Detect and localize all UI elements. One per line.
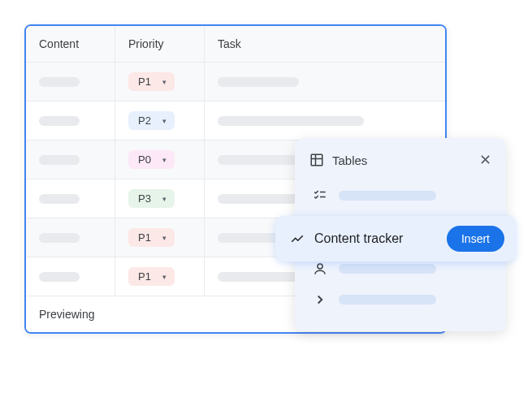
cell-content[interactable] xyxy=(26,102,115,140)
placeholder-text xyxy=(339,264,436,274)
cell-content[interactable] xyxy=(26,257,115,296)
placeholder-text xyxy=(218,116,364,126)
cell-priority[interactable]: P3▾ xyxy=(115,179,205,218)
cell-priority[interactable]: P1▾ xyxy=(115,63,205,101)
cell-priority[interactable]: P1▾ xyxy=(115,218,205,257)
chevron-down-icon: ▾ xyxy=(162,78,167,86)
column-header-task[interactable]: Task xyxy=(205,26,445,62)
cell-priority[interactable]: P0▾ xyxy=(115,140,205,179)
popup-header: Tables ✕ xyxy=(309,153,491,167)
person-icon xyxy=(313,261,327,276)
placeholder-text xyxy=(39,155,80,165)
popup-item-label: Content tracker xyxy=(314,231,437,246)
priority-chip[interactable]: P0▾ xyxy=(128,150,175,169)
popup-title: Tables xyxy=(332,153,367,167)
column-header-content[interactable]: Content xyxy=(26,26,115,62)
placeholder-text xyxy=(339,191,436,201)
priority-chip[interactable]: P1▾ xyxy=(128,72,175,91)
cell-content[interactable] xyxy=(26,140,115,179)
chevron-down-icon: ▾ xyxy=(162,195,167,203)
column-header-priority[interactable]: Priority xyxy=(115,26,205,62)
chevron-down-icon: ▾ xyxy=(162,156,167,164)
placeholder-text xyxy=(218,155,299,165)
insert-button[interactable]: Insert xyxy=(447,226,504,252)
chevron-down-icon: ▾ xyxy=(162,117,167,125)
trend-icon xyxy=(290,231,305,246)
checklist-icon xyxy=(313,188,327,203)
table-row[interactable]: P1▾ xyxy=(26,63,445,102)
cell-priority[interactable]: P1▾ xyxy=(115,257,205,296)
placeholder-text xyxy=(339,295,436,304)
priority-label: P1 xyxy=(138,76,151,88)
svg-point-5 xyxy=(318,264,322,269)
placeholder-text xyxy=(218,77,299,87)
priority-chip[interactable]: P3▾ xyxy=(128,189,175,208)
close-icon[interactable]: ✕ xyxy=(479,153,491,167)
chevron-right-icon xyxy=(313,292,327,307)
placeholder-text xyxy=(39,194,80,204)
cell-priority[interactable]: P2▾ xyxy=(115,102,205,140)
chevron-down-icon: ▾ xyxy=(162,234,167,242)
placeholder-text xyxy=(39,77,80,87)
priority-label: P3 xyxy=(138,192,151,205)
popup-item-checklist[interactable] xyxy=(309,180,491,211)
table-header-row: Content Priority Task xyxy=(26,26,445,63)
priority-label: P0 xyxy=(138,153,151,166)
tables-popup: Tables ✕ Content tracker Insert xyxy=(295,138,506,331)
cell-content[interactable] xyxy=(26,218,115,257)
placeholder-text xyxy=(39,272,80,282)
priority-label: P1 xyxy=(138,270,151,283)
popup-title-group: Tables xyxy=(309,153,367,167)
priority-chip[interactable]: P1▾ xyxy=(128,267,175,286)
placeholder-text xyxy=(39,233,80,243)
priority-chip[interactable]: P1▾ xyxy=(128,228,175,247)
cell-content[interactable] xyxy=(26,179,115,218)
priority-chip[interactable]: P2▾ xyxy=(128,111,175,130)
cell-content[interactable] xyxy=(26,63,115,101)
table-row[interactable]: P2▾ xyxy=(26,102,445,140)
priority-label: P2 xyxy=(138,114,151,127)
cell-task[interactable] xyxy=(205,63,445,101)
cell-task[interactable] xyxy=(205,102,445,140)
priority-label: P1 xyxy=(138,231,151,244)
chevron-down-icon: ▾ xyxy=(162,273,167,281)
svg-rect-0 xyxy=(311,154,322,166)
popup-item-more[interactable] xyxy=(309,284,491,315)
table-icon xyxy=(309,153,324,167)
placeholder-text xyxy=(39,116,80,126)
popup-item-content-tracker[interactable]: Content tracker Insert xyxy=(275,216,516,261)
